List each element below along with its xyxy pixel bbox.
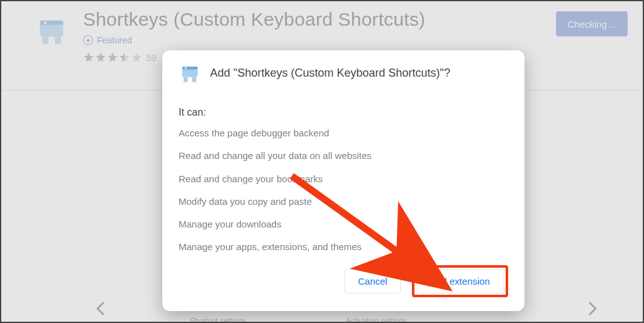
dialog-footer: Cancel Add extension <box>179 265 508 297</box>
carousel-caption: Activation settings <box>346 317 407 323</box>
permission-item: Manage your apps, extensions, and themes <box>179 241 508 253</box>
permission-item: Read and change your bookmarks <box>179 173 508 185</box>
rating-count: 59 <box>146 52 157 63</box>
carousel-prev-button[interactable] <box>89 298 111 319</box>
award-icon: ✦ <box>83 35 93 45</box>
svg-point-10 <box>185 67 187 69</box>
svg-rect-9 <box>192 77 196 82</box>
permission-item: Read and change all your data on all web… <box>179 150 508 162</box>
add-extension-button[interactable]: Add extension <box>416 269 504 293</box>
permission-item: Access the page debugger backend <box>179 127 508 140</box>
carousel-caption: Shortcut settings <box>190 317 246 323</box>
permission-item: Manage your downloads <box>179 218 508 231</box>
annotation-highlight: Add extension <box>412 265 508 297</box>
permissions-list: Access the page debugger backend Read an… <box>179 127 508 264</box>
svg-rect-7 <box>182 67 198 70</box>
permissions-dialog: Add "Shortkeys (Custom Keyboard Shortcut… <box>162 50 525 311</box>
dialog-header: Add "Shortkeys (Custom Keyboard Shortcut… <box>179 62 508 84</box>
permission-item: Modify data you copy and paste <box>179 195 508 208</box>
cancel-button[interactable]: Cancel <box>345 269 401 293</box>
install-status-button[interactable]: Checking… <box>556 11 628 36</box>
svg-rect-8 <box>184 77 188 82</box>
permissions-heading: It can: <box>179 107 508 118</box>
extension-icon <box>179 62 201 84</box>
svg-rect-2 <box>42 36 48 44</box>
extension-icon <box>33 11 70 49</box>
svg-rect-1 <box>40 21 63 25</box>
svg-point-4 <box>44 21 47 24</box>
carousel-next-button[interactable] <box>582 298 604 319</box>
featured-badge[interactable]: ✦ Featured <box>83 35 543 45</box>
svg-rect-3 <box>55 36 61 44</box>
page-title: Shortkeys (Custom Keyboard Shortcuts) <box>83 9 543 30</box>
dialog-title: Add "Shortkeys (Custom Keyboard Shortcut… <box>210 67 450 80</box>
featured-label: Featured <box>97 35 132 45</box>
star-rating <box>83 52 142 63</box>
